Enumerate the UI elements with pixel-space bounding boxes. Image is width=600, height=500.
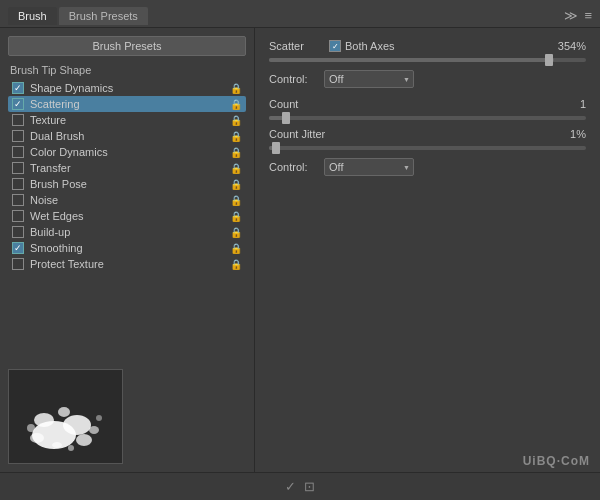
lock-icon-2: 🔒 bbox=[230, 115, 242, 126]
bottom-icon-check[interactable]: ✓ bbox=[285, 479, 296, 494]
svg-point-5 bbox=[30, 433, 44, 443]
item-label-color-dynamics: Color Dynamics bbox=[30, 146, 226, 158]
control2-select-wrapper: Off Fade Pen Pressure Pen Tilt Stylus Wh… bbox=[324, 158, 414, 176]
item-label-shape-dynamics: Shape Dynamics bbox=[30, 82, 226, 94]
control2-label: Control: bbox=[269, 161, 324, 173]
bottom-icon-grid[interactable]: ⊡ bbox=[304, 479, 315, 494]
item-label-scattering: Scattering bbox=[30, 98, 226, 110]
svg-point-8 bbox=[96, 415, 102, 421]
lock-icon-8: 🔒 bbox=[230, 211, 242, 222]
scatter-thumb[interactable] bbox=[545, 54, 553, 66]
list-item[interactable]: Texture 🔒 bbox=[8, 112, 246, 128]
svg-point-1 bbox=[63, 415, 91, 435]
lock-icon-6: 🔒 bbox=[230, 179, 242, 190]
both-axes-label: Both Axes bbox=[345, 40, 395, 52]
brush-list: ✓ Shape Dynamics 🔒 ✓ Scattering 🔒 Textur… bbox=[8, 80, 246, 361]
item-label-smoothing: Smoothing bbox=[30, 242, 226, 254]
brush-preview bbox=[8, 369, 123, 464]
count-label: Count bbox=[269, 98, 580, 110]
checkbox-shape-dynamics[interactable]: ✓ bbox=[12, 82, 24, 94]
list-item[interactable]: Build-up 🔒 bbox=[8, 224, 246, 240]
lock-icon-10: 🔒 bbox=[230, 243, 242, 254]
jitter-row: Count Jitter 1% bbox=[269, 128, 586, 140]
control1-select[interactable]: Off Fade Pen Pressure Pen Tilt Stylus Wh… bbox=[324, 70, 414, 88]
item-label-transfer: Transfer bbox=[30, 162, 226, 174]
tab-icons: ≫ ≡ bbox=[564, 8, 592, 23]
list-item[interactable]: ✓ Shape Dynamics 🔒 bbox=[8, 80, 246, 96]
list-item[interactable]: Transfer 🔒 bbox=[8, 160, 246, 176]
checkbox-dual-brush[interactable] bbox=[12, 130, 24, 142]
main-panel: Brush Brush Presets ≫ ≡ Brush Presets Br… bbox=[0, 0, 600, 500]
lock-icon-9: 🔒 bbox=[230, 227, 242, 238]
svg-point-7 bbox=[27, 424, 35, 432]
item-label-brush-pose: Brush Pose bbox=[30, 178, 226, 190]
bottom-bar: ✓ ⊡ UiBQ·CoM bbox=[0, 472, 600, 500]
scatter-label: Scatter bbox=[269, 40, 329, 52]
tab-brush-presets[interactable]: Brush Presets bbox=[59, 7, 148, 25]
list-item[interactable]: Brush Pose 🔒 bbox=[8, 176, 246, 192]
checkbox-smoothing[interactable]: ✓ bbox=[12, 242, 24, 254]
lock-icon-1: 🔒 bbox=[230, 99, 242, 110]
control2-row: Control: Off Fade Pen Pressure Pen Tilt … bbox=[269, 158, 586, 176]
list-item[interactable]: Wet Edges 🔒 bbox=[8, 208, 246, 224]
lock-icon-4: 🔒 bbox=[230, 147, 242, 158]
item-label-dual-brush: Dual Brush bbox=[30, 130, 226, 142]
tab-bar: Brush Brush Presets ≫ ≡ bbox=[0, 0, 600, 28]
expand-icon[interactable]: ≫ bbox=[564, 8, 578, 23]
count-value: 1 bbox=[580, 98, 586, 110]
checkbox-transfer[interactable] bbox=[12, 162, 24, 174]
lock-icon-7: 🔒 bbox=[230, 195, 242, 206]
checkbox-protect-texture[interactable] bbox=[12, 258, 24, 270]
checkbox-wet-edges[interactable] bbox=[12, 210, 24, 222]
lock-icon-0: 🔒 bbox=[230, 83, 242, 94]
lock-icon-11: 🔒 bbox=[230, 259, 242, 270]
both-axes-checkbox[interactable]: ✓ bbox=[329, 40, 341, 52]
checkbox-scattering[interactable]: ✓ bbox=[12, 98, 24, 110]
lock-icon-3: 🔒 bbox=[230, 131, 242, 142]
checkbox-noise[interactable] bbox=[12, 194, 24, 206]
jitter-label: Count Jitter bbox=[269, 128, 570, 140]
svg-point-9 bbox=[68, 445, 74, 451]
checkbox-texture[interactable] bbox=[12, 114, 24, 126]
tab-brush[interactable]: Brush bbox=[8, 7, 57, 25]
scatter-fill bbox=[269, 58, 554, 62]
menu-icon[interactable]: ≡ bbox=[584, 8, 592, 23]
control2-select[interactable]: Off Fade Pen Pressure Pen Tilt Stylus Wh… bbox=[324, 158, 414, 176]
item-label-texture: Texture bbox=[30, 114, 226, 126]
item-label-noise: Noise bbox=[30, 194, 226, 206]
item-label-protect-texture: Protect Texture bbox=[30, 258, 226, 270]
section-title: Brush Tip Shape bbox=[8, 64, 246, 76]
checkbox-color-dynamics[interactable] bbox=[12, 146, 24, 158]
control1-label: Control: bbox=[269, 73, 324, 85]
scatter-slider[interactable] bbox=[269, 58, 586, 62]
presets-button[interactable]: Brush Presets bbox=[8, 36, 246, 56]
checkbox-brush-pose[interactable] bbox=[12, 178, 24, 190]
count-thumb[interactable] bbox=[282, 112, 290, 124]
list-item[interactable]: Color Dynamics 🔒 bbox=[8, 144, 246, 160]
list-item[interactable]: Dual Brush 🔒 bbox=[8, 128, 246, 144]
svg-point-2 bbox=[34, 413, 54, 427]
scatter-row: Scatter ✓ Both Axes 354% bbox=[269, 40, 586, 52]
checkbox-buildup[interactable] bbox=[12, 226, 24, 238]
item-label-buildup: Build-up bbox=[30, 226, 226, 238]
control1-row: Control: Off Fade Pen Pressure Pen Tilt … bbox=[269, 70, 586, 88]
list-item[interactable]: ✓ Smoothing 🔒 bbox=[8, 240, 246, 256]
left-panel: Brush Presets Brush Tip Shape ✓ Shape Dy… bbox=[0, 28, 255, 472]
jitter-slider[interactable] bbox=[269, 146, 586, 150]
jitter-value: 1% bbox=[570, 128, 586, 140]
item-label-wet-edges: Wet Edges bbox=[30, 210, 226, 222]
right-panel: Scatter ✓ Both Axes 354% Control: Off Fa… bbox=[255, 28, 600, 472]
svg-point-10 bbox=[52, 442, 62, 448]
lock-icon-5: 🔒 bbox=[230, 163, 242, 174]
svg-point-3 bbox=[76, 434, 92, 446]
scatter-percent: 354% bbox=[558, 40, 586, 52]
control1-select-wrapper: Off Fade Pen Pressure Pen Tilt Stylus Wh… bbox=[324, 70, 414, 88]
list-item[interactable]: Protect Texture 🔒 bbox=[8, 256, 246, 272]
list-item[interactable]: Noise 🔒 bbox=[8, 192, 246, 208]
count-slider[interactable] bbox=[269, 116, 586, 120]
svg-point-4 bbox=[58, 407, 70, 417]
watermark: UiBQ·CoM bbox=[523, 454, 590, 468]
jitter-thumb[interactable] bbox=[272, 142, 280, 154]
list-item[interactable]: ✓ Scattering 🔒 bbox=[8, 96, 246, 112]
content-area: Brush Presets Brush Tip Shape ✓ Shape Dy… bbox=[0, 28, 600, 472]
